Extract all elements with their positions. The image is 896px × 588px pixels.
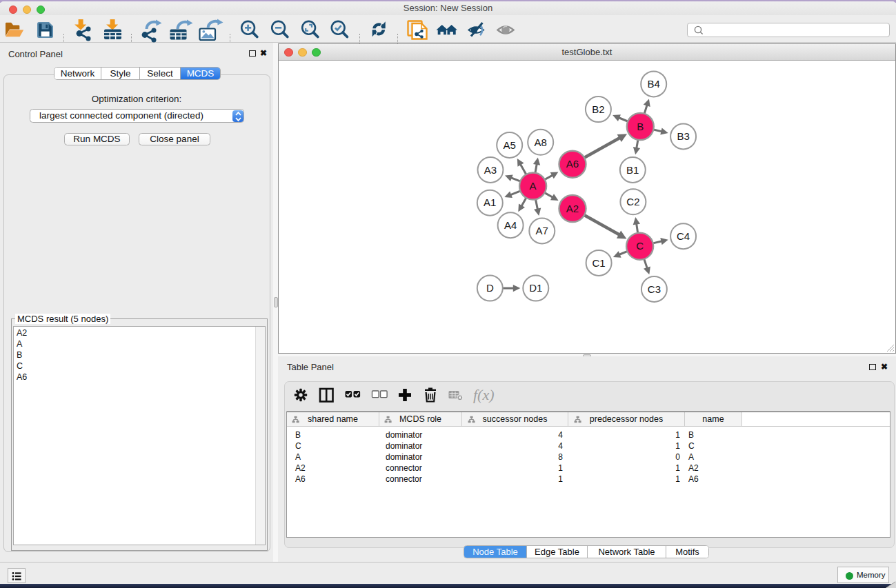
svg-text:D1: D1 [529,282,542,294]
svg-text:A6: A6 [566,158,579,170]
svg-text:C1: C1 [593,257,606,269]
svg-text:C2: C2 [626,196,639,207]
svg-text:B3: B3 [677,130,689,142]
svg-text:C4: C4 [677,230,690,242]
svg-text:A: A [530,180,537,192]
svg-text:B2: B2 [592,103,604,115]
svg-text:C3: C3 [648,283,661,295]
svg-text:A3: A3 [484,164,497,176]
svg-text:B4: B4 [648,78,660,90]
svg-text:B: B [637,121,644,132]
svg-text:f(x): f(x) [473,386,495,403]
svg-text:D: D [486,282,494,294]
svg-text:A4: A4 [504,219,517,231]
svg-text:B1: B1 [626,164,639,176]
svg-text:A8: A8 [535,136,547,148]
svg-text:C: C [636,240,644,252]
svg-text:A1: A1 [484,196,496,208]
svg-text:A2: A2 [566,203,579,214]
svg-text:A5: A5 [504,139,516,151]
svg-text:A7: A7 [536,225,548,236]
